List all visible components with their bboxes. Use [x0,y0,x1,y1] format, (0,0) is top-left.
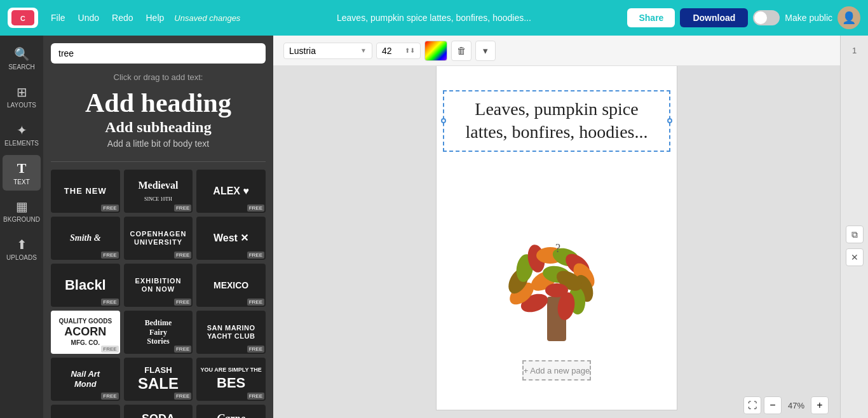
font-card-nyc[interactable]: NYC FREE [51,405,120,418]
font-size-label: 42 [382,46,392,56]
sidebar-item-text[interactable]: T TEXT [3,155,41,191]
font-card-the-new[interactable]: THE NEW FREE [51,170,120,213]
drag-prompt: Click or drag to add text: [43,69,273,90]
zoom-percent: 47% [784,401,808,410]
font-card-text: YOU ARE SIMPLY THEBES [201,367,262,392]
font-card-text: Blackl [65,277,106,293]
duplicate-page-button[interactable]: ⧉ [846,226,864,243]
divider [51,161,266,162]
public-toggle[interactable] [753,10,780,25]
canvas-wrapper: Leaves, pumpkin spice lattes, bonfires, … [436,55,677,410]
font-card-text: West ✕ [214,232,248,244]
selection-handle-left[interactable] [441,118,446,123]
font-card-text: MedievalSINCE 10TH [138,179,178,203]
layouts-icon: ⊞ [17,84,27,100]
font-card-fairy[interactable]: BedtimeFairyStories FREE [124,311,193,354]
delete-element-button[interactable]: 🗑 [451,41,471,61]
search-box: tree [43,36,273,69]
font-card-best[interactable]: YOU ARE SIMPLY THEBES FREE [196,358,266,401]
color-picker[interactable] [424,41,447,61]
sidebar: 🔍 SEARCH ⊞ LAYOUTS ✦ ELEMENTS T TEXT ▦ B… [0,36,43,418]
add-new-page-button[interactable]: + Add a new page [522,360,591,381]
undo-button[interactable]: Undo [73,10,104,25]
font-name-label: Lustria [289,46,316,56]
free-badge: FREE [174,299,191,306]
font-card-text: CarpeDi... [217,412,245,418]
canva-logo[interactable]: C [8,8,38,28]
download-button[interactable]: Download [680,8,748,27]
free-badge: FREE [174,205,191,212]
font-card-text: MEXICO [214,280,248,291]
zoom-in-button[interactable]: + [811,396,829,414]
redo-button[interactable]: Redo [107,10,138,25]
top-menu: File Undo Redo Help Unsaved changes [46,10,240,25]
font-card-text: NYC [67,415,103,418]
free-badge: FREE [101,299,118,306]
svg-point-18 [545,283,568,297]
canvas-area: Leaves, pumpkin spice lattes, bonfires, … [273,36,840,418]
search-input[interactable]: tree [51,43,266,64]
font-size-selector[interactable]: 42 ⬆⬇ [376,43,421,59]
make-public-button[interactable]: Make public [785,13,832,23]
font-card-nail-art[interactable]: Nail ArtMond FREE [51,358,120,401]
free-badge: FREE [174,393,191,400]
free-badge: FREE [247,205,264,212]
topbar-right-actions: Share Download Make public 👤 [627,6,860,29]
size-arrows: ⬆⬇ [405,47,415,54]
font-card-west[interactable]: West ✕ FREE [196,217,266,260]
font-card-text: THE NEW [64,186,107,196]
canvas-page: Leaves, pumpkin spice lattes, bonfires, … [436,55,677,410]
font-card-mexico[interactable]: MEXICO FREE [196,264,266,307]
user-avatar[interactable]: 👤 [837,6,860,29]
add-body-button[interactable]: Add a little bit of body text [107,138,209,149]
share-button[interactable]: Share [627,8,675,27]
font-card-text: BedtimeFairyStories [145,318,172,346]
text-element[interactable]: Leaves, pumpkin spice lattes, bonfires, … [443,90,670,152]
left-panel: tree Click or drag to add text: Add head… [43,36,273,418]
font-card-black[interactable]: Blackl FREE [51,264,120,307]
font-card-carpe[interactable]: CarpeDi... [196,405,266,418]
font-card-text: COPENHAGENUNIVERSITY [130,230,187,246]
sidebar-item-background[interactable]: ▦ BKGROUND [3,193,41,229]
text-actions: Add heading Add subheading Add a little … [43,90,273,159]
free-badge: FREE [174,346,191,353]
font-card-alex[interactable]: ALEX ♥ FREE [196,170,266,213]
free-badge: FREE [101,252,118,259]
sidebar-item-elements[interactable]: ✦ ELEMENTS [3,117,41,152]
font-card-text: EXHIBITIONON NOW [135,277,182,293]
font-card-exhibition[interactable]: EXHIBITIONON NOW FREE [124,264,193,307]
more-options-button[interactable]: ▾ [475,41,496,61]
sidebar-label-elements: ELEMENTS [4,140,39,147]
font-card-soda-pop[interactable]: SODA-POP FREE [124,405,193,418]
font-card-text: SODA-POP [142,412,175,418]
free-badge: FREE [101,346,118,353]
help-button[interactable]: Help [141,10,170,25]
background-icon: ▦ [16,199,28,214]
font-card-smith[interactable]: Smith & FREE [51,217,120,260]
font-family-selector[interactable]: Lustria ▼ [283,43,372,59]
sidebar-item-layouts[interactable]: ⊞ LAYOUTS [3,79,41,114]
unsaved-indicator: Unsaved changes [174,13,240,23]
font-card-acorn[interactable]: QUALITY GOODSACORNMFG. CO. FREE [51,311,120,354]
sidebar-item-uploads[interactable]: ⬆ UPLOADS [3,231,41,267]
selection-handle-right[interactable] [667,118,672,123]
font-card-text: QUALITY GOODSACORNMFG. CO. [58,318,112,347]
add-heading-button[interactable]: Add heading [85,90,231,116]
zoom-out-button[interactable]: − [764,396,782,414]
file-menu[interactable]: File [46,10,71,25]
font-card-text: Smith & [70,233,101,244]
font-card-medieval[interactable]: MedievalSINCE 10TH FREE [124,170,193,213]
free-badge: FREE [101,205,118,212]
add-subheading-button[interactable]: Add subheading [105,119,211,136]
page-number: 1 [852,46,857,55]
fullscreen-button[interactable]: ⛶ [743,396,761,414]
sidebar-label-background: BKGROUND [3,216,40,223]
add-page-label: + Add a new page [524,366,590,375]
delete-page-button[interactable]: ✕ [846,248,864,266]
font-card-copenhagen[interactable]: COPENHAGENUNIVERSITY FREE [124,217,193,260]
font-card-san-marino[interactable]: SAN MARINOYACHT CLUB FREE [196,311,266,354]
font-card-flash-sale[interactable]: FLASHSALE FREE [124,358,193,401]
document-title: Leaves, pumpkin spice lattes, bonfires, … [248,13,620,23]
sidebar-item-search[interactable]: 🔍 SEARCH [3,41,41,76]
free-badge: FREE [174,252,191,259]
